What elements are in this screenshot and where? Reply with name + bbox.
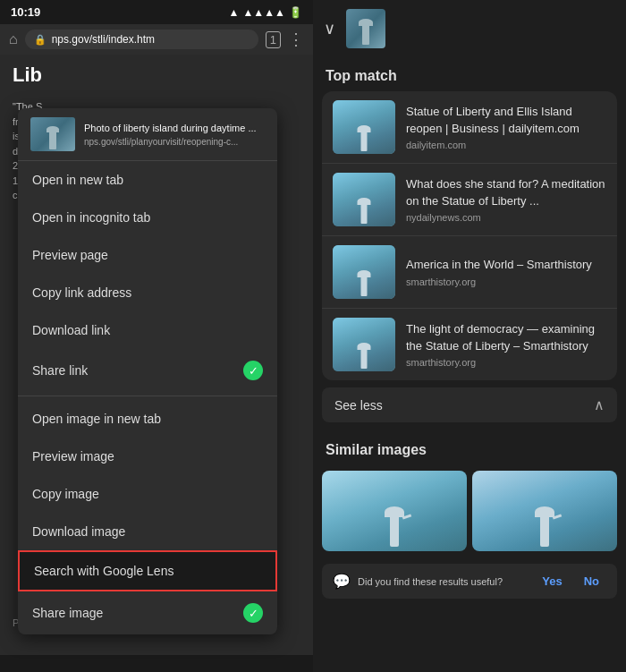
context-item-open-incognito[interactable]: Open in incognito tab xyxy=(18,199,277,236)
similar-section: Similar images xyxy=(313,422,626,560)
result-thumb-img-2 xyxy=(333,173,395,226)
result-domain-4: smarthistory.org xyxy=(406,357,606,368)
result-text-3: America in the World – Smarthistory smar… xyxy=(406,257,606,286)
similar-images-grid xyxy=(313,465,626,560)
result-domain-3: smarthistory.org xyxy=(406,276,606,287)
result-text-2: What does she stand for? A meditation on… xyxy=(406,176,606,222)
results-container: Statue of Liberty and Ellis Island reope… xyxy=(322,91,617,380)
context-item-open-image-tab[interactable]: Open image in new tab xyxy=(18,400,277,438)
status-bar: 10:19 ▲ ▲▲▲▲ 🔋 xyxy=(0,0,313,24)
whatsapp-icon: ✓ xyxy=(243,361,263,380)
context-item-copy-link[interactable]: Copy link address xyxy=(18,274,277,311)
result-title-3: America in the World – Smarthistory xyxy=(406,257,606,273)
top-match-title: Top match xyxy=(313,57,626,91)
right-header: ∨ xyxy=(313,0,626,57)
context-menu: Photo of liberty island during daytime .… xyxy=(18,108,277,634)
similar-image-2[interactable] xyxy=(472,471,617,551)
see-less-bar[interactable]: See less ∧ xyxy=(322,387,617,422)
url-text: nps.gov/stli/index.htm xyxy=(52,33,155,46)
similar-statue-2 xyxy=(540,515,549,547)
result-statue-1 xyxy=(361,132,368,151)
statue-shape xyxy=(49,132,56,149)
similar-image-1[interactable] xyxy=(322,471,467,551)
battery-icon: 🔋 xyxy=(289,6,302,19)
result-thumb-2 xyxy=(333,173,395,226)
feedback-bar: 💬 Did you find these results useful? Yes… xyxy=(322,564,617,599)
result-title-4: The light of democracy — examining the S… xyxy=(406,321,606,353)
feedback-yes-button[interactable]: Yes xyxy=(535,573,569,590)
context-item-copy-image[interactable]: Copy image xyxy=(18,475,277,513)
feedback-no-button[interactable]: No xyxy=(577,573,606,590)
menu-icon[interactable]: ⋮ xyxy=(288,30,304,49)
header-thumbnail xyxy=(346,9,385,48)
feedback-icon: 💬 xyxy=(333,573,351,590)
status-time: 10:19 xyxy=(11,5,40,19)
page-background: Lib "The S friendly island is rec demo 2… xyxy=(0,55,313,655)
similar-images-title: Similar images xyxy=(313,431,626,465)
context-preview-row: Photo of liberty island during daytime .… xyxy=(18,108,277,161)
result-text-4: The light of democracy — examining the S… xyxy=(406,321,606,367)
context-item-share-link[interactable]: Share link ✓ xyxy=(18,349,277,392)
result-domain-1: dailyitem.com xyxy=(406,140,606,150)
result-item-4[interactable]: The light of democracy — examining the S… xyxy=(322,309,617,380)
result-thumb-img-4 xyxy=(333,318,395,371)
back-icon[interactable]: ∨ xyxy=(324,19,335,38)
page-title: Lib xyxy=(13,64,300,87)
result-item-3[interactable]: America in the World – Smarthistory smar… xyxy=(322,236,617,309)
signal-icon: ▲▲▲▲ xyxy=(242,6,285,19)
result-thumb-img-1 xyxy=(333,100,395,154)
context-item-share-image[interactable]: Share image ✓ xyxy=(18,591,277,634)
result-thumb-4 xyxy=(333,318,395,371)
result-title-2: What does she stand for? A meditation on… xyxy=(406,176,606,208)
result-statue-3 xyxy=(361,276,368,296)
context-item-open-new-tab[interactable]: Open in new tab xyxy=(18,161,277,199)
result-thumb-3 xyxy=(333,245,395,299)
result-text-1: Statue of Liberty and Ellis Island reope… xyxy=(406,104,606,149)
result-thumb-img-3 xyxy=(333,245,395,299)
result-title-1: Statue of Liberty and Ellis Island reope… xyxy=(406,104,606,136)
page-header: Lib xyxy=(0,55,313,96)
context-preview-url: nps.gov/stli/planyourvisit/reopening-c..… xyxy=(84,137,265,147)
see-less-text: See less xyxy=(334,398,383,413)
browser-bar: ⌂ 🔒 nps.gov/stli/index.htm 1 ⋮ xyxy=(0,24,313,55)
result-statue-4 xyxy=(361,349,368,369)
context-preview-thumb xyxy=(30,117,75,151)
home-icon[interactable]: ⌂ xyxy=(9,31,18,47)
right-panel: ∨ Top match Statue of Liberty and Ellis … xyxy=(313,0,626,672)
context-preview-title: Photo of liberty island during daytime .… xyxy=(84,122,265,134)
whatsapp-icon-2: ✓ xyxy=(243,603,263,623)
left-panel: 10:19 ▲ ▲▲▲▲ 🔋 ⌂ 🔒 nps.gov/stli/index.ht… xyxy=(0,0,313,672)
result-item-1[interactable]: Statue of Liberty and Ellis Island reope… xyxy=(322,91,617,164)
result-thumb-1 xyxy=(333,100,395,154)
status-icons: ▲ ▲▲▲▲ 🔋 xyxy=(229,6,302,19)
chevron-up-icon: ∧ xyxy=(594,396,605,413)
url-bar[interactable]: 🔒 nps.gov/stli/index.htm xyxy=(25,30,258,49)
tab-count-icon[interactable]: 1 xyxy=(266,31,281,48)
context-preview-text: Photo of liberty island during daytime .… xyxy=(84,122,265,146)
lock-icon: 🔒 xyxy=(34,34,47,46)
similar-statue-1 xyxy=(390,515,399,547)
context-separator-1 xyxy=(18,396,277,396)
wifi-icon: ▲ xyxy=(229,6,240,19)
context-item-preview-page[interactable]: Preview page xyxy=(18,236,277,274)
context-item-preview-image[interactable]: Preview image xyxy=(18,438,277,475)
result-item-2[interactable]: What does she stand for? A meditation on… xyxy=(322,164,617,236)
result-domain-2: nydailynews.com xyxy=(406,212,606,223)
context-item-download-link[interactable]: Download link xyxy=(18,311,277,349)
header-statue-shape xyxy=(362,25,369,45)
feedback-text: Did you find these results useful? xyxy=(358,576,528,587)
result-statue-2 xyxy=(361,204,368,224)
context-item-download-image[interactable]: Download image xyxy=(18,513,277,550)
context-item-google-lens[interactable]: Search with Google Lens xyxy=(18,550,277,591)
